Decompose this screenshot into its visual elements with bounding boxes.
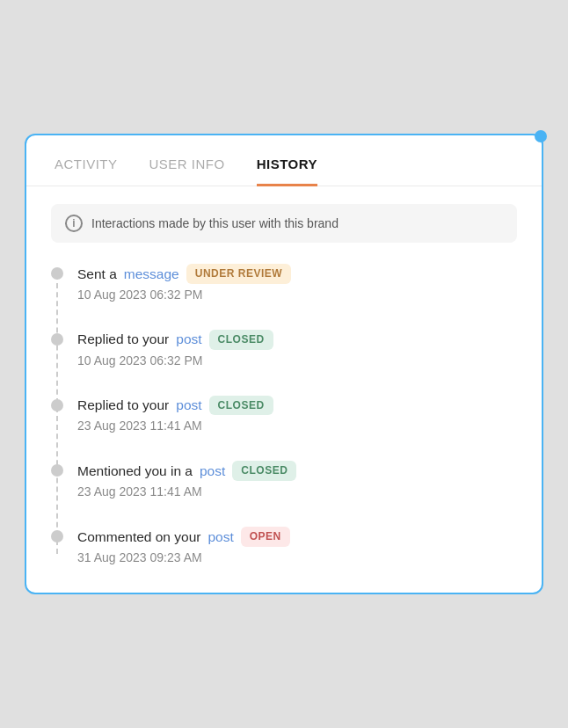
timeline-item: Replied to your post CLOSED 23 Aug 2023 … xyxy=(51,396,517,433)
item-date: 10 Aug 2023 06:32 PM xyxy=(77,353,517,368)
timeline-list: Sent a message UNDER REVIEW 10 Aug 2023 … xyxy=(51,264,517,564)
item-title: Sent a message UNDER REVIEW xyxy=(77,264,517,284)
item-prefix: Replied to your xyxy=(77,330,169,349)
status-badge: CLOSED xyxy=(232,461,296,481)
item-link[interactable]: post xyxy=(176,330,201,349)
main-card: ACTIVITY USER INFO HISTORY i Interaction… xyxy=(25,134,543,594)
tab-history[interactable]: HISTORY xyxy=(257,157,317,186)
item-link[interactable]: post xyxy=(208,528,233,547)
timeline-item: Commented on your post OPEN 31 Aug 2023 … xyxy=(51,527,517,564)
timeline-item: Mentioned you in a post CLOSED 23 Aug 20… xyxy=(51,461,517,499)
item-title: Mentioned you in a post CLOSED xyxy=(77,461,517,481)
timeline-item: Replied to your post CLOSED 10 Aug 2023 … xyxy=(51,330,517,368)
item-date: 31 Aug 2023 09:23 AM xyxy=(77,550,517,564)
item-prefix: Sent a xyxy=(77,265,117,284)
item-title: Commented on your post OPEN xyxy=(77,527,517,547)
tab-user-info[interactable]: USER INFO xyxy=(149,157,225,186)
item-title: Replied to your post CLOSED xyxy=(77,330,517,350)
item-content: Mentioned you in a post CLOSED 23 Aug 20… xyxy=(77,461,517,499)
item-prefix: Mentioned you in a xyxy=(77,462,193,481)
timeline-dot xyxy=(51,267,63,280)
status-badge: UNDER REVIEW xyxy=(186,264,291,284)
item-link[interactable]: message xyxy=(124,265,179,284)
status-badge: CLOSED xyxy=(209,396,273,416)
info-banner-text: Interactions made by this user with this… xyxy=(91,216,339,230)
info-icon: i xyxy=(65,215,83,232)
item-date: 23 Aug 2023 11:41 AM xyxy=(77,419,517,433)
status-badge: CLOSED xyxy=(209,330,273,350)
status-badge: OPEN xyxy=(241,527,290,547)
timeline-item: Sent a message UNDER REVIEW 10 Aug 2023 … xyxy=(51,264,517,302)
item-date: 23 Aug 2023 11:41 AM xyxy=(77,484,517,499)
timeline-dot xyxy=(51,333,63,346)
tab-bar: ACTIVITY USER INFO HISTORY xyxy=(26,135,542,186)
item-content: Sent a message UNDER REVIEW 10 Aug 2023 … xyxy=(77,264,517,302)
item-content: Commented on your post OPEN 31 Aug 2023 … xyxy=(77,527,517,564)
info-banner: i Interactions made by this user with th… xyxy=(51,204,517,243)
item-prefix: Commented on your xyxy=(77,528,200,547)
tab-activity[interactable]: ACTIVITY xyxy=(55,157,118,186)
corner-dot xyxy=(535,130,547,142)
item-content: Replied to your post CLOSED 10 Aug 2023 … xyxy=(77,330,517,368)
timeline-dot xyxy=(51,530,63,542)
item-prefix: Replied to your xyxy=(77,396,169,415)
item-date: 10 Aug 2023 06:32 PM xyxy=(77,288,517,302)
item-title: Replied to your post CLOSED xyxy=(77,396,517,416)
timeline: Sent a message UNDER REVIEW 10 Aug 2023 … xyxy=(26,257,542,564)
item-content: Replied to your post CLOSED 23 Aug 2023 … xyxy=(77,396,517,433)
timeline-dot xyxy=(51,399,63,411)
item-link[interactable]: post xyxy=(176,396,201,415)
item-link[interactable]: post xyxy=(200,462,225,481)
timeline-dot xyxy=(51,464,63,477)
